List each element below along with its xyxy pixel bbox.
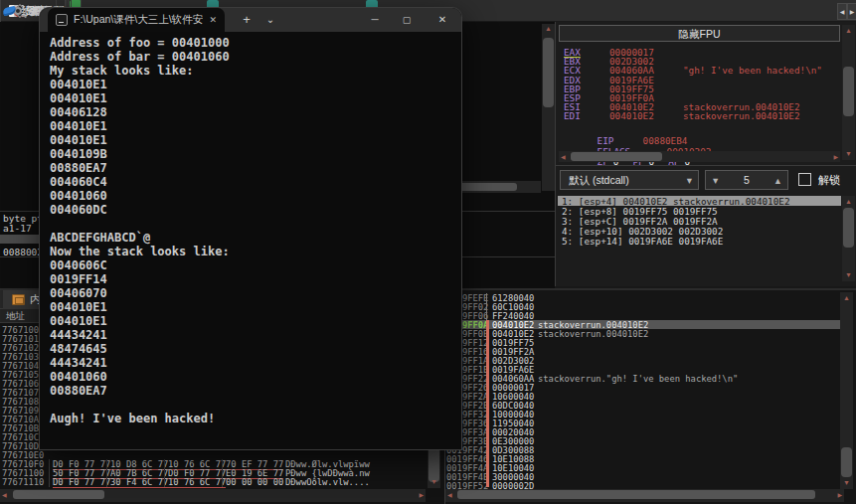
stack-separator-bar [486, 293, 487, 320]
stack-row[interactable]: 0019FF2A10600040 [445, 392, 840, 401]
scroll-left-icon[interactable]: ◀ [561, 153, 566, 160]
stack-row[interactable]: 0019FF2600000017 [445, 383, 840, 392]
scrollbar-thumb[interactable] [13, 490, 104, 499]
stack-row[interactable]: 0019FF4610E10088 [445, 454, 840, 463]
calling-convention-select[interactable]: 默认 (stdcall) ▾ [560, 170, 699, 190]
stack-row[interactable]: 0019FF0260C10040 [445, 302, 840, 311]
memory-row[interactable]: 776710E0 [0, 450, 428, 459]
dump-horizontal-scrollbar[interactable]: ◀ ▶ [0, 489, 426, 502]
stack-row[interactable]: 0019FF160019FF2A [445, 347, 840, 356]
scroll-down-icon[interactable]: ▼ [842, 270, 855, 280]
scroll-down-icon[interactable]: ▼ [840, 478, 853, 488]
scrollbar-thumb[interactable] [543, 38, 554, 107]
register-row[interactable]: EBX002D3002 [564, 56, 822, 65]
register-row[interactable]: ESI004010E2stackoverrun.004010E2 [564, 101, 822, 110]
terminal-output[interactable]: Address of foo = 00401000Address of bar … [40, 32, 461, 449]
scroll-down-icon[interactable]: ▼ [428, 477, 440, 487]
stack-row[interactable]: 0019FF0A004010E2stackoverrun.004010E2 [445, 320, 840, 329]
scroll-right-icon[interactable]: ▶ [833, 153, 838, 160]
hex-byte-group: D0 F0 77 77 [49, 477, 106, 487]
memory-row[interactable]: 776710F0D0 F0 77 7710 D8 6C 7710 76 6C 7… [0, 459, 428, 468]
hex-byte-group: 10 76 6C 77 [164, 477, 222, 487]
stack-row[interactable]: 0019FF4E30000040 [445, 472, 840, 481]
stack-row[interactable]: 0019FF0E004010E2stackoverrun.004010E2 [445, 329, 840, 338]
scrollbar-thumb[interactable] [843, 67, 854, 116]
registers-vertical-scrollbar[interactable]: ▲ ▼ [842, 25, 855, 160]
scrollbar-thumb[interactable] [457, 183, 517, 191]
register-row[interactable]: ESP0019FF0A [564, 92, 822, 101]
terminal-tab[interactable]: F:\Upan\课件\大三上\软件安全 ✕ [48, 8, 225, 32]
stack-row[interactable]: 0019FF1E0019FA6E [445, 365, 840, 374]
argument-row[interactable]: 4: [esp+10] 002D3002 002D3002 [558, 226, 841, 236]
stack-row[interactable]: 0019FF2E60DC0040 [445, 401, 840, 410]
scroll-left-icon[interactable]: ◀ [447, 491, 452, 498]
tab-scroll-right-button[interactable]: ▶ [847, 3, 856, 20]
argument-row[interactable]: 3: [esp+C] 0019FF2A 0019FF2A [558, 216, 841, 226]
stack-row[interactable]: 0019FF520000002D [445, 481, 840, 489]
argument-row[interactable]: 1: [esp+4] 004010E2 stackoverrun.004010E… [558, 196, 841, 206]
maximize-button[interactable]: ▢ [392, 8, 422, 32]
console-output-line [50, 398, 461, 412]
scrollbar-thumb[interactable] [841, 447, 852, 477]
scroll-right-icon[interactable]: ▶ [837, 491, 842, 498]
stack-vertical-scrollbar[interactable]: ▲ ▼ [840, 292, 853, 489]
stack-row[interactable]: 0019FF1A002D3002 [445, 356, 840, 365]
tab-dropdown-button[interactable]: ⌄ [260, 8, 280, 32]
stack-row[interactable]: 0019FF120019FF75 [445, 338, 840, 347]
stack-row[interactable]: 0019FF06FF240040 [445, 311, 840, 320]
scroll-up-icon[interactable]: ▲ [842, 197, 855, 207]
register-row[interactable]: EDI004010E2stackoverrun.004010E2 [564, 110, 822, 119]
register-row[interactable]: EAX00000017 [564, 47, 822, 56]
stepper-up-icon[interactable]: ▴ [775, 171, 780, 189]
stack-address: 0019FF52 [445, 481, 485, 489]
scroll-right-icon[interactable]: ▶ [419, 491, 424, 498]
console-output-line: 004060DC [50, 203, 461, 217]
console-output-line: 44434241 [50, 328, 461, 342]
argument-row[interactable]: 5: [esp+14] 0019FA6E 0019FA6E [558, 236, 841, 246]
scrollbar-thumb[interactable] [571, 152, 662, 161]
stack-row[interactable]: 0019FF3611950040 [445, 419, 840, 427]
new-tab-button[interactable]: + [235, 8, 258, 32]
console-output-line: 0019FF14 [50, 272, 461, 286]
stack-row[interactable]: 0019FF3A00020040 [445, 427, 840, 436]
terminal-title-bar[interactable]: F:\Upan\课件\大三上\软件安全 ✕ + ⌄ ─ ▢ ✕ [40, 8, 461, 32]
scrollbar-thumb[interactable] [457, 490, 815, 499]
memory-row[interactable]: 77671110D0 F0 77 7730 F4 6C 7710 76 6C 7… [0, 477, 428, 486]
arguments-vertical-scrollbar[interactable]: ▲ ▼ [842, 196, 855, 281]
stack-row[interactable]: 0019FF420D300088 [445, 445, 840, 454]
scroll-up-icon[interactable]: ▲ [542, 24, 555, 34]
stack-row[interactable]: 0019FEFE61280040 [445, 293, 840, 302]
ascii-column: DÐwwOôlw.vlw.... [279, 477, 370, 487]
scrollbar-thumb[interactable] [843, 208, 854, 248]
scroll-up-icon[interactable]: ▲ [842, 26, 855, 36]
scroll-left-icon[interactable]: ◀ [2, 491, 7, 498]
argument-count-value: 5 [744, 174, 750, 186]
chevron-down-icon: ▾ [687, 171, 692, 189]
register-row[interactable]: ECX004060AA"gh! I've been hacked!\n" [564, 65, 822, 74]
stack-panel: 0019FEFE612800400019FF0260C100400019FF06… [444, 290, 856, 504]
stack-horizontal-scrollbar[interactable]: ◀ ▶ [445, 489, 844, 502]
hide-fpu-button[interactable]: 隐藏FPU [559, 25, 840, 42]
close-button[interactable]: ✕ [426, 8, 459, 32]
registers-horizontal-scrollbar[interactable]: ◀ ▶ [559, 151, 840, 162]
tab-scroll-left-button[interactable]: ◀ [837, 3, 847, 20]
stack-row[interactable]: 0019FF4A10E10040 [445, 463, 840, 472]
scroll-up-icon[interactable]: ▲ [840, 293, 853, 303]
tab-close-icon[interactable]: ✕ [209, 15, 217, 25]
stack-row[interactable]: 0019FF22004060AAstackoverrun."gh! I've b… [445, 374, 840, 383]
console-output-line [50, 217, 461, 231]
stack-row[interactable]: 0019FF3210000040 [445, 410, 840, 419]
unlock-checkbox[interactable] [798, 173, 811, 186]
disassembly-vertical-scrollbar[interactable]: ▲ [542, 24, 555, 191]
console-output-line: My stack looks like: [50, 64, 461, 78]
disassembly-horizontal-scrollbar[interactable] [455, 181, 541, 193]
stepper-down-icon[interactable]: ▾ [713, 171, 718, 189]
minimize-button[interactable]: ─ [360, 8, 390, 32]
memory-row[interactable]: 7767110050 F0 77 77A0 7B 6C 77D0 F0 77 7… [0, 468, 428, 477]
argument-row[interactable]: 2: [esp+8] 0019FF75 0019FF75 [558, 206, 841, 216]
stack-row[interactable]: 0019FF3E0E300000 [445, 436, 840, 445]
scroll-down-icon[interactable]: ▼ [842, 149, 855, 159]
unlock-label: 解锁 [818, 170, 840, 190]
argument-count-stepper[interactable]: ▾ 5 ▴ [705, 170, 788, 190]
register-row[interactable]: EBP0019FF75 [564, 84, 822, 92]
